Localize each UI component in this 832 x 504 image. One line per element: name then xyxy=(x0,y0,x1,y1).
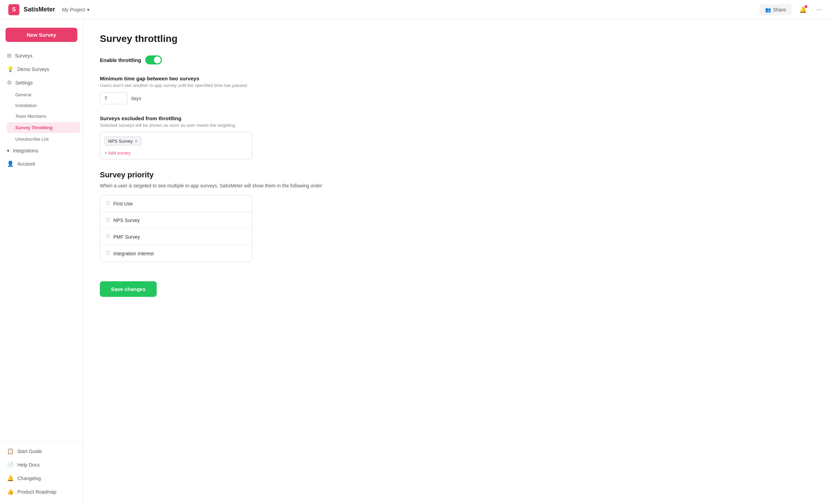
topnav-left: S SatisMeter My Project ▾ xyxy=(8,4,92,15)
grid-icon: ⊞ xyxy=(7,52,11,59)
priority-item-label: Integration Interest xyxy=(113,251,154,256)
sidebar-subitem-installation[interactable]: Installation xyxy=(0,100,83,111)
brand-name: SatisMeter xyxy=(24,6,55,13)
sidebar-item-help-docs[interactable]: 📄 Help Docs xyxy=(0,458,83,471)
main-content: Survey throttling Enable throttling Mini… xyxy=(83,19,395,504)
sidebar-item-integrations[interactable]: ▾ Integrations xyxy=(0,144,83,157)
min-gap-section: Minimum time gap between two surveys Use… xyxy=(100,76,379,104)
priority-item-label: First Use xyxy=(113,201,133,206)
priority-item-nps-survey[interactable]: ⠿ NPS Survey xyxy=(100,212,252,229)
more-icon: ··· xyxy=(816,6,822,13)
sidebar-item-surveys[interactable]: ⊞ Surveys xyxy=(0,49,83,62)
save-changes-button[interactable]: Save changes xyxy=(100,281,157,297)
sidebar: New Survey ⊞ Surveys 💡 Demo Surveys ⚙ Se… xyxy=(0,19,83,504)
unsubscribe-list-label: Unsubscribe List xyxy=(15,136,49,142)
project-name: My Project xyxy=(62,7,85,12)
page-title: Survey throttling xyxy=(100,33,379,44)
enable-throttling-section: Enable throttling xyxy=(100,55,379,64)
logo-icon: S xyxy=(8,4,19,15)
share-button[interactable]: 👥 Share xyxy=(760,4,791,15)
demo-surveys-label: Demo Surveys xyxy=(17,67,49,72)
remove-nps-survey-button[interactable]: × xyxy=(135,138,138,144)
installation-label: Installation xyxy=(15,103,37,108)
add-survey-link[interactable]: + Add survey xyxy=(104,150,131,156)
drag-handle-icon: ⠿ xyxy=(106,217,110,223)
sidebar-subitem-team-members[interactable]: Team Members xyxy=(0,111,83,122)
throttling-toggle[interactable] xyxy=(145,55,162,64)
clipboard-icon: 📋 xyxy=(7,448,14,454)
bell-sidebar-icon: 🔔 xyxy=(7,475,14,481)
excluded-desc: Selected surveys will be shown as soon a… xyxy=(100,123,379,128)
priority-item-pmf-survey[interactable]: ⠿ PMF Survey xyxy=(100,229,252,245)
surveys-label: Surveys xyxy=(15,53,33,59)
excluded-surveys-section: Surveys excluded from throttling Selecte… xyxy=(100,115,379,159)
priority-item-integration-interest[interactable]: ⠿ Integration Interest xyxy=(100,245,252,262)
sidebar-item-demo-surveys[interactable]: 💡 Demo Surveys xyxy=(0,62,83,76)
integrations-label: Integrations xyxy=(13,148,38,153)
new-survey-button[interactable]: New Survey xyxy=(6,28,77,42)
sidebar-item-product-roadmap[interactable]: 👍 Product Roadmap xyxy=(0,485,83,498)
lightbulb-icon: 💡 xyxy=(7,66,14,72)
changelog-label: Changelog xyxy=(17,476,41,481)
product-roadmap-label: Product Roadmap xyxy=(17,489,57,495)
drag-handle-icon: ⠿ xyxy=(106,250,110,257)
survey-throttling-label: Survey Throttling xyxy=(15,125,53,130)
enable-throttling-label: Enable throttling xyxy=(100,57,141,63)
help-docs-label: Help Docs xyxy=(17,462,40,468)
priority-list: ⠿ First Use ⠿ NPS Survey ⠿ PMF Survey ⠿ … xyxy=(100,195,252,262)
days-input[interactable] xyxy=(100,92,128,104)
min-gap-label: Minimum time gap between two surveys xyxy=(100,76,379,81)
account-icon: 👤 xyxy=(7,160,14,167)
chevron-down-icon: ▾ xyxy=(87,7,89,12)
sidebar-subitem-unsubscribe-list[interactable]: Unsubscribe List xyxy=(0,134,83,144)
notification-dot xyxy=(805,5,807,8)
notification-button[interactable]: 🔔 xyxy=(797,4,809,16)
nps-survey-tag-label: NPS Survey xyxy=(108,139,133,144)
account-label: Account xyxy=(17,161,35,167)
settings-label: Settings xyxy=(15,80,33,86)
thumbsup-icon: 👍 xyxy=(7,488,14,495)
min-gap-desc: Users won't see another in-app survey un… xyxy=(100,83,379,88)
excluded-label: Surveys excluded from throttling xyxy=(100,115,379,121)
logo-text: S xyxy=(12,7,16,13)
main-nav: ⊞ Surveys 💡 Demo Surveys ⚙ Settings Gene… xyxy=(0,49,83,170)
more-options-button[interactable]: ··· xyxy=(814,4,824,15)
sidebar-bottom: 📋 Start Guide 📄 Help Docs 🔔 Changelog 👍 … xyxy=(0,441,83,498)
team-members-label: Team Members xyxy=(15,114,46,119)
sidebar-subitem-general[interactable]: General xyxy=(0,89,83,100)
priority-desc: When a user is targeted to see multiple … xyxy=(100,182,379,189)
topnav: S SatisMeter My Project ▾ 👥 Share 🔔 ··· xyxy=(0,0,832,19)
drag-handle-icon: ⠿ xyxy=(106,200,110,207)
days-row: days xyxy=(100,92,379,104)
start-guide-label: Start Guide xyxy=(17,449,42,454)
gear-icon: ⚙ xyxy=(7,79,12,86)
drag-handle-icon: ⠿ xyxy=(106,233,110,240)
priority-title: Survey priority xyxy=(100,170,379,179)
excluded-surveys-box: NPS Survey × + Add survey xyxy=(100,132,252,159)
users-icon: 👥 xyxy=(765,7,771,12)
chevron-right-icon: ▾ xyxy=(7,148,9,153)
priority-item-label: NPS Survey xyxy=(113,218,140,223)
excluded-survey-tag: NPS Survey × xyxy=(104,136,141,145)
document-icon: 📄 xyxy=(7,461,14,468)
project-selector[interactable]: My Project ▾ xyxy=(59,6,92,14)
priority-item-first-use[interactable]: ⠿ First Use xyxy=(100,195,252,212)
layout: New Survey ⊞ Surveys 💡 Demo Surveys ⚙ Se… xyxy=(0,0,832,504)
sidebar-item-settings[interactable]: ⚙ Settings xyxy=(0,76,83,89)
priority-section: Survey priority When a user is targeted … xyxy=(100,170,379,262)
sidebar-item-start-guide[interactable]: 📋 Start Guide xyxy=(0,444,83,458)
general-label: General xyxy=(15,92,31,97)
sidebar-item-changelog[interactable]: 🔔 Changelog xyxy=(0,471,83,485)
sidebar-item-account[interactable]: 👤 Account xyxy=(0,157,83,170)
priority-item-label: PMF Survey xyxy=(113,234,140,240)
share-label: Share xyxy=(773,7,786,12)
days-unit-label: days xyxy=(131,96,141,101)
topnav-right: 👥 Share 🔔 ··· xyxy=(760,4,824,16)
sidebar-subitem-survey-throttling[interactable]: Survey Throttling xyxy=(7,122,80,133)
